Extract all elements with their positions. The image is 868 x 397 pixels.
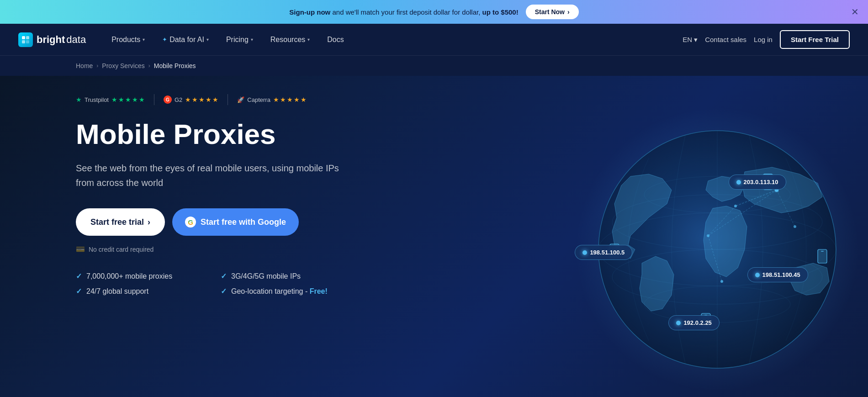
breadcrumb-current: Mobile Proxies bbox=[154, 62, 196, 69]
nav-login-link[interactable]: Log in bbox=[754, 36, 773, 43]
ip-dot-1 bbox=[736, 180, 741, 185]
nav-right: EN ▾ Contact sales Log in Start Free Tri… bbox=[683, 30, 850, 49]
banner-cta-label: Start Now bbox=[535, 8, 565, 16]
ip-address-1: 203.0.113.10 bbox=[744, 179, 778, 185]
feature-label-3: 24/7 global support bbox=[86, 287, 148, 296]
logo[interactable]: bright data bbox=[18, 32, 86, 47]
check-icon-4: ✓ bbox=[221, 287, 227, 296]
svg-rect-2 bbox=[22, 40, 25, 43]
hero-subtitle: See the web from the eyes of real mobile… bbox=[76, 161, 341, 190]
btn-google-label: Start free with Google bbox=[201, 217, 286, 227]
no-credit-notice: 💳 No credit card required bbox=[76, 245, 347, 254]
nav-item-docs[interactable]: Docs bbox=[320, 32, 351, 48]
breadcrumb: Home › Proxy Services › Mobile Proxies bbox=[0, 56, 868, 76]
google-icon: G bbox=[185, 217, 196, 228]
rating-trustpilot: ★ Trustpilot ★ ★ ★ ★ ★ bbox=[76, 96, 145, 103]
svg-rect-0 bbox=[22, 36, 25, 39]
ip-address-3: 198.51.100.45 bbox=[762, 271, 800, 278]
banner-text: Sign-up now and we'll match your first d… bbox=[289, 8, 518, 16]
nav-pricing-chevron: ▾ bbox=[251, 37, 253, 42]
ip-address-4: 192.0.2.25 bbox=[683, 319, 711, 326]
logo-text: bright data bbox=[37, 34, 86, 46]
hero-content: ★ Trustpilot ★ ★ ★ ★ ★ G G2 ★ ★ ★ ★ bbox=[0, 76, 347, 397]
nav-docs-label: Docs bbox=[327, 36, 344, 44]
btn-trial-label: Start free trial bbox=[90, 217, 144, 227]
feature-mobile-ips: ✓ 3G/4G/5G mobile IPs bbox=[221, 272, 347, 281]
rating-divider-2 bbox=[228, 94, 228, 105]
globe-svg bbox=[530, 85, 868, 397]
feature-label-2: 3G/4G/5G mobile IPs bbox=[231, 272, 301, 281]
rating-g2: G G2 ★ ★ ★ ★ ★ bbox=[164, 95, 218, 104]
nav-item-pricing[interactable]: Pricing ▾ bbox=[219, 32, 260, 48]
nav-ai-chevron: ▾ bbox=[206, 37, 209, 42]
start-free-trial-button[interactable]: Start free trial › bbox=[76, 208, 165, 236]
banner-bold-end: up to $500! bbox=[482, 8, 518, 16]
nav-item-products[interactable]: Products ▾ bbox=[104, 32, 152, 48]
rating-divider-1 bbox=[154, 94, 154, 105]
credit-card-icon: 💳 bbox=[76, 245, 85, 254]
feature-mobile-proxies: ✓ 7,000,000+ mobile proxies bbox=[76, 272, 202, 281]
nav-resources-label: Resources bbox=[270, 36, 305, 44]
banner-middle: and we'll match your first deposit dolla… bbox=[332, 8, 482, 16]
ip-label-2: 198.51.100.5 bbox=[575, 245, 632, 260]
nav-lang-label: EN bbox=[683, 36, 692, 43]
hero-section: ★ Trustpilot ★ ★ ★ ★ ★ G G2 ★ ★ ★ ★ bbox=[0, 76, 868, 397]
logo-data: data bbox=[66, 34, 86, 46]
feature-label-1: 7,000,000+ mobile proxies bbox=[86, 272, 172, 281]
nav-language-selector[interactable]: EN ▾ bbox=[683, 36, 698, 44]
feature-free-highlight: Free! bbox=[310, 287, 328, 295]
nav-contact-sales-link[interactable]: Contact sales bbox=[705, 36, 746, 43]
svg-rect-26 bbox=[821, 251, 824, 252]
logo-bright: bright bbox=[37, 34, 65, 46]
svg-point-31 bbox=[794, 225, 796, 228]
nav-resources-chevron: ▾ bbox=[307, 37, 310, 42]
feature-label-4: Geo-location targeting - Free! bbox=[231, 287, 328, 296]
ip-label-4: 192.0.2.25 bbox=[668, 315, 719, 330]
start-google-button[interactable]: G Start free with Google bbox=[172, 208, 299, 236]
features-list: ✓ 7,000,000+ mobile proxies ✓ 3G/4G/5G m… bbox=[76, 272, 347, 296]
nav-ai-label: Data for AI bbox=[169, 36, 204, 44]
globe-container: 203.0.113.10 198.51.100.5 198.51.100.45 … bbox=[530, 85, 868, 397]
main-navbar: bright data Products ▾ ✦ Data for AI ▾ P… bbox=[0, 24, 868, 56]
nav-items: Products ▾ ✦ Data for AI ▾ Pricing ▾ Res… bbox=[104, 32, 683, 48]
banner-close-button[interactable]: ✕ bbox=[851, 6, 859, 17]
capterra-stars: ★ ★ ★ ★ ★ bbox=[273, 96, 307, 103]
feature-support: ✓ 24/7 global support bbox=[76, 287, 202, 296]
ip-dot-2 bbox=[582, 250, 587, 255]
capterra-label: Capterra bbox=[247, 96, 270, 103]
check-icon-3: ✓ bbox=[76, 287, 82, 296]
nav-item-data-ai[interactable]: ✦ Data for AI ▾ bbox=[155, 32, 216, 48]
ip-label-1: 203.0.113.10 bbox=[729, 175, 786, 190]
breadcrumb-proxy-services-link[interactable]: Proxy Services bbox=[102, 62, 144, 69]
hero-buttons: Start free trial › G Start free with Goo… bbox=[76, 208, 347, 236]
nav-products-label: Products bbox=[111, 36, 140, 44]
svg-point-29 bbox=[707, 234, 709, 237]
nav-item-resources[interactable]: Resources ▾ bbox=[263, 32, 317, 48]
no-credit-label: No credit card required bbox=[89, 246, 153, 253]
nav-ai-icon: ✦ bbox=[162, 36, 167, 43]
capterra-icon: 🚀 bbox=[237, 96, 244, 103]
breadcrumb-sep-1: › bbox=[96, 63, 98, 69]
svg-point-28 bbox=[734, 205, 737, 207]
ip-dot-4 bbox=[676, 321, 681, 325]
btn-trial-arrow: › bbox=[148, 217, 150, 227]
logo-icon bbox=[18, 32, 33, 47]
hero-globe-visual: 203.0.113.10 198.51.100.5 198.51.100.45 … bbox=[530, 85, 868, 397]
breadcrumb-home-link[interactable]: Home bbox=[76, 62, 93, 69]
google-g-letter: G bbox=[188, 218, 193, 226]
ip-label-3: 198.51.100.45 bbox=[747, 267, 808, 282]
banner-cta-arrow: › bbox=[567, 8, 570, 16]
banner-bold-start: Sign-up now bbox=[289, 8, 330, 16]
g2-badge: G bbox=[164, 95, 172, 104]
ip-dot-3 bbox=[755, 273, 760, 277]
svg-rect-3 bbox=[26, 40, 29, 43]
trustpilot-label: Trustpilot bbox=[85, 96, 109, 103]
rating-capterra: 🚀 Capterra ★ ★ ★ ★ ★ bbox=[237, 96, 307, 103]
trustpilot-icon: ★ bbox=[76, 96, 82, 103]
nav-products-chevron: ▾ bbox=[143, 37, 145, 42]
check-icon-2: ✓ bbox=[221, 272, 227, 281]
banner-cta-button[interactable]: Start Now › bbox=[526, 5, 579, 19]
rating-bar: ★ Trustpilot ★ ★ ★ ★ ★ G G2 ★ ★ ★ ★ bbox=[76, 94, 347, 105]
nav-cta-button[interactable]: Start Free Trial bbox=[780, 30, 850, 49]
nav-pricing-label: Pricing bbox=[226, 36, 249, 44]
